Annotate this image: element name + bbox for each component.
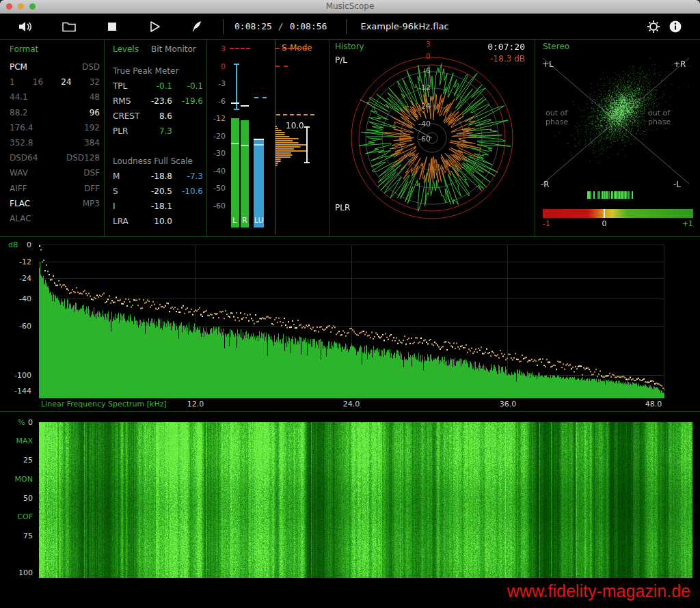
correlation-label-neg: -1 [543, 219, 550, 228]
volume-button[interactable] [18, 18, 33, 35]
format-option: MP3 [83, 199, 100, 208]
format-option: 16 [33, 77, 43, 87]
levels-panel: Levels Bit Monitor True Peak MeterTPL-0.… [106, 39, 206, 236]
levels-row: I-18.1 [113, 202, 203, 211]
watermark: www.fidelity-magazin.de [507, 581, 690, 601]
format-panel: Format PCMDSD116243244.14888.296176.4192… [0, 39, 104, 236]
play-icon [148, 20, 161, 33]
levels-section-title: Loudness Full Scale [113, 156, 193, 166]
gear-icon [647, 20, 660, 33]
levels-row: M-18.8-7.3 [113, 171, 203, 181]
plr-label: PLR [335, 203, 350, 212]
lu-tick [254, 144, 264, 146]
levels-row-label: PLR [113, 126, 128, 136]
history-panel: History P/L 0:07:20 -18.3 dB PLR 30-6-12… [329, 39, 535, 236]
meter-scale-label: 3 [206, 44, 226, 53]
stereo-panel-title: Stereo [543, 42, 569, 51]
format-option: 24 [61, 77, 71, 87]
levels-row: PLR7.3 [113, 126, 203, 136]
corner-label-plus-l: +L [542, 59, 554, 69]
toolbar: 0:08:25 / 0:08:56 Example-96kHz.flac [0, 14, 700, 39]
clip-indicator [230, 48, 250, 49]
history-ring-label: -6 [416, 66, 431, 75]
time-total: 0:08:56 [290, 21, 327, 31]
corner-label-plus-r: +R [673, 59, 686, 69]
format-row: PCMDSD [10, 59, 100, 74]
time-separator: / [278, 21, 284, 31]
format-row: DSD64DSD128 [10, 150, 100, 165]
levels-row: LRA10.0 [113, 217, 203, 226]
levels-value: 8.6 [159, 111, 172, 121]
spectrum-canvas [39, 245, 664, 398]
correlation-label-zero: 0 [599, 219, 610, 228]
spectrogram-y-label: 75 [5, 531, 33, 540]
correlation-meter [543, 209, 693, 218]
levels-row: CREST8.6 [113, 111, 203, 121]
stop-button[interactable] [105, 18, 119, 35]
divider [104, 40, 105, 236]
spectrum-y-tick: -40 [5, 294, 31, 303]
signature-button[interactable] [190, 18, 204, 35]
speaker-icon [18, 20, 33, 33]
info-button[interactable] [669, 18, 682, 35]
spectrogram-y-label: 25 [5, 456, 33, 465]
meter-scale-label: -40 [206, 167, 226, 176]
format-option: DSD64 [10, 153, 38, 163]
meter-scale-label: -30 [206, 149, 226, 158]
meter-scale-label: 0 [206, 62, 226, 71]
levels-row: TPL-0.1-0.1 [113, 81, 203, 91]
play-button[interactable] [148, 18, 161, 35]
levels-value: -0.1 [157, 81, 172, 91]
spectrum-y-tick: -100 [5, 371, 31, 380]
spectrogram-y-label: MAX [5, 437, 33, 445]
levels-value: -18.8 [151, 171, 172, 181]
stop-icon [105, 20, 119, 33]
corner-label-minus-r: -R [541, 180, 550, 189]
format-row: FLACMP3 [10, 196, 100, 211]
meter-scale-label: -12 [206, 114, 226, 123]
peak-hold-tick [241, 105, 249, 107]
levels-value: -0.1 [187, 81, 203, 91]
levels-panel-title: Levels [113, 44, 139, 54]
filename: Example-96kHz.flac [360, 21, 448, 31]
format-row: 88.296 [10, 105, 100, 120]
peak-range-cap [234, 109, 239, 110]
loudness-target-line [276, 114, 314, 115]
format-option: 88.2 [10, 108, 28, 118]
rms-tick [231, 143, 239, 144]
time-current: 0:08:25 [234, 21, 272, 31]
meter-bar-r [241, 120, 249, 227]
levels-row-label: LRA [113, 217, 129, 226]
meter-bar-l [231, 118, 239, 227]
smode-title: S-Mode [282, 43, 312, 53]
format-row: WAVDSF [10, 165, 100, 180]
levels-row: RMS-23.6-19.6 [113, 96, 203, 106]
spectrum-x-tick: 24.0 [343, 400, 360, 409]
format-row: 1162432 [10, 74, 100, 89]
stereo-panel: Stereo +L +R -R -L out ofphase out ofpha… [535, 39, 700, 236]
spectrogram-canvas [39, 422, 692, 578]
levels-row: S-20.5-10.6 [113, 186, 203, 196]
correlation-canvas [576, 189, 652, 202]
levels-value: 7.3 [159, 126, 172, 136]
format-row: ALAC [10, 211, 100, 226]
spectrogram-y-label: 100 [5, 568, 33, 577]
format-option: 384 [84, 138, 100, 148]
spectrogram-y-label: MON [5, 475, 33, 484]
history-level: -18.3 dB [490, 54, 525, 64]
spectrogram-y-label: 0 [5, 418, 33, 427]
settings-button[interactable] [647, 18, 660, 35]
format-row: AIFFDFF [10, 181, 100, 196]
smode-range-cap [304, 162, 310, 163]
history-outer-label: 0 [417, 52, 431, 61]
spectrum-x-tick: 12.0 [187, 400, 204, 409]
musicscope-window: MusicScope [0, 0, 700, 608]
meter-scale-label: -6 [206, 97, 226, 106]
open-file-button[interactable] [62, 18, 77, 35]
peak-range-cap [234, 64, 239, 65]
format-option: DSD128 [66, 153, 100, 163]
history-mode-label: P/L [335, 55, 347, 65]
format-option: 48 [90, 92, 100, 102]
format-option: FLAC [10, 199, 30, 208]
format-option: WAV [10, 168, 28, 178]
